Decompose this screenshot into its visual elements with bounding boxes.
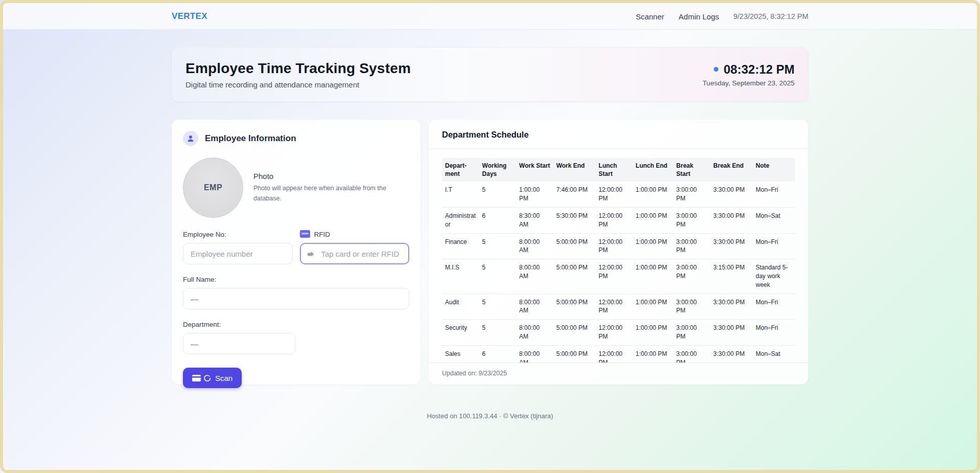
table-cell: Mon–Fri: [753, 182, 795, 207]
table-cell: 8:30:00 AM: [516, 207, 553, 233]
table-cell: Mon–Fri: [753, 233, 795, 259]
live-dot-icon: [714, 67, 718, 72]
table-column-header: Lunch Start: [596, 158, 633, 182]
table-column-header: Working Days: [479, 158, 517, 182]
table-column-header: Lunch End: [633, 158, 673, 182]
table-cell: Standard 5-day work week: [753, 259, 795, 294]
table-cell: I.T: [442, 182, 479, 207]
table-cell: 12:00:00 PM: [596, 259, 633, 294]
card-scan-icon: [192, 375, 211, 381]
table-row: Administrator68:30:00 AM5:30:00 PM12:00:…: [442, 207, 795, 233]
table-cell: Security: [442, 320, 479, 346]
table-cell: 5: [479, 182, 517, 207]
table-cell: 5:00:00 PM: [553, 233, 596, 259]
table-row: Security58:00:00 AM5:00:00 PM12:00:00 PM…: [442, 320, 795, 346]
schedule-card-title: Department Schedule: [442, 130, 529, 139]
table-cell: 1:00:00 PM: [633, 182, 673, 207]
user-icon: [183, 131, 198, 146]
table-cell: 8:00:00 AM: [516, 259, 553, 294]
employee-no-input[interactable]: [183, 243, 293, 264]
table-cell: 12:00:00 PM: [596, 182, 633, 207]
department-value: —: [183, 333, 295, 354]
page-subtitle: Digital time recording and attendance ma…: [185, 80, 411, 89]
table-cell: 7:46:00 PM: [553, 182, 596, 207]
table-cell: Administrator: [442, 207, 479, 233]
table-cell: 3:00:00 PM: [673, 233, 711, 259]
table-cell: 3:00:00 PM: [673, 345, 711, 363]
table-cell: Finance: [442, 233, 479, 259]
table-cell: 12:00:00 PM: [596, 207, 633, 233]
table-row: Audit58:00:00 AM5:00:00 PM12:00:00 PM1:0…: [442, 294, 795, 320]
rfid-label: RFID: [314, 231, 331, 238]
table-cell: Audit: [442, 294, 479, 320]
table-cell: 12:00:00 PM: [596, 294, 633, 320]
table-cell: 5: [479, 294, 517, 320]
scan-button-label: Scan: [215, 374, 232, 382]
table-cell: 3:30:00 PM: [710, 233, 753, 259]
table-cell: 8:00:00 AM: [516, 294, 553, 320]
rfid-input[interactable]: [300, 243, 410, 264]
department-schedule-card: Department Schedule Depart-mentWorking D…: [429, 120, 808, 385]
employee-no-label: Employee No:: [183, 230, 293, 239]
clock-date: Tuesday, September 23, 2025: [703, 79, 795, 87]
table-column-header: Work Start: [516, 158, 553, 182]
nav-timestamp: 9/23/2025, 8:32:12 PM: [733, 12, 808, 20]
id-card-icon: [300, 230, 310, 239]
table-cell: 8:00:00 AM: [516, 320, 553, 346]
table-cell: Mon–Sat: [753, 345, 795, 363]
table-cell: 8:00:00 AM: [516, 345, 553, 363]
scan-button[interactable]: Scan: [183, 368, 242, 388]
schedule-updated-text: Updated on: 9/23/2025: [429, 363, 808, 385]
full-name-value: —: [183, 288, 409, 309]
table-cell: 3:00:00 PM: [673, 259, 711, 294]
table-cell: 1:00:00 PM: [633, 345, 673, 363]
nav-link-admin-logs[interactable]: Admin Logs: [679, 12, 719, 21]
department-label: Department:: [183, 320, 409, 329]
clock-time: 08:32:12 PM: [724, 62, 795, 77]
table-cell: 3:00:00 PM: [673, 182, 711, 207]
table-cell: 5: [479, 320, 517, 346]
table-row: I.T51:00:00 PM7:46:00 PM12:00:00 PM1:00:…: [442, 182, 795, 207]
table-row: Finance58:00:00 AM5:00:00 PM12:00:00 PM1…: [442, 233, 795, 259]
table-cell: 1:00:00 PM: [633, 259, 673, 294]
table-column-header: Break End: [710, 158, 753, 182]
schedule-table: Depart-mentWorking DaysWork StartWork En…: [442, 158, 795, 363]
table-cell: 3:00:00 PM: [673, 320, 711, 346]
full-name-label: Full Name:: [183, 275, 409, 284]
table-cell: 12:00:00 PM: [596, 345, 633, 363]
table-cell: 1:00:00 PM: [633, 207, 673, 233]
table-cell: 5:30:00 PM: [553, 207, 596, 233]
page-header-card: Employee Time Tracking System Digital ti…: [172, 47, 808, 102]
tap-card-icon: [306, 249, 315, 260]
table-cell: Sales: [442, 345, 479, 363]
table-cell: 5: [479, 233, 517, 259]
table-cell: 3:30:00 PM: [710, 207, 753, 233]
table-column-header: Break Start: [673, 158, 711, 182]
table-cell: Mon–Fri: [753, 294, 795, 320]
table-row: Sales68:00:00 AM5:00:00 PM12:00:00 PM1:0…: [442, 345, 795, 363]
table-header-row: Depart-mentWorking DaysWork StartWork En…: [442, 158, 795, 182]
table-cell: 6: [479, 207, 517, 233]
table-cell: 1:00:00 PM: [633, 233, 673, 259]
table-cell: 5: [479, 259, 517, 294]
table-cell: 5:00:00 PM: [553, 320, 596, 346]
table-cell: 5:00:00 PM: [553, 259, 596, 294]
table-cell: 3:30:00 PM: [710, 345, 753, 363]
table-column-header: Note: [753, 158, 795, 182]
nav-link-scanner[interactable]: Scanner: [636, 12, 664, 21]
table-cell: 3:30:00 PM: [710, 182, 753, 207]
employee-info-card: Employee Information EMP Photo Photo wil…: [172, 120, 421, 385]
brand-logo[interactable]: VERTEX: [172, 11, 207, 21]
table-cell: M.I.S: [442, 259, 479, 294]
table-cell: 8:00:00 AM: [516, 233, 553, 259]
hosting-footer: Hosted on 100.119.3.44 · © Vertex (tijna…: [172, 412, 808, 420]
table-cell: 12:00:00 PM: [596, 233, 633, 259]
page-title: Employee Time Tracking System: [185, 60, 411, 77]
table-cell: 1:00:00 PM: [633, 294, 673, 320]
table-cell: 3:15:00 PM: [710, 259, 753, 294]
table-column-header: Depart-ment: [442, 158, 479, 182]
employee-photo-placeholder: EMP: [183, 157, 243, 218]
top-nav: VERTEX Scanner Admin Logs 9/23/2025, 8:3…: [3, 3, 977, 30]
table-column-header: Work End: [553, 158, 596, 182]
photo-description: Photo will appear here when available fr…: [253, 184, 396, 204]
